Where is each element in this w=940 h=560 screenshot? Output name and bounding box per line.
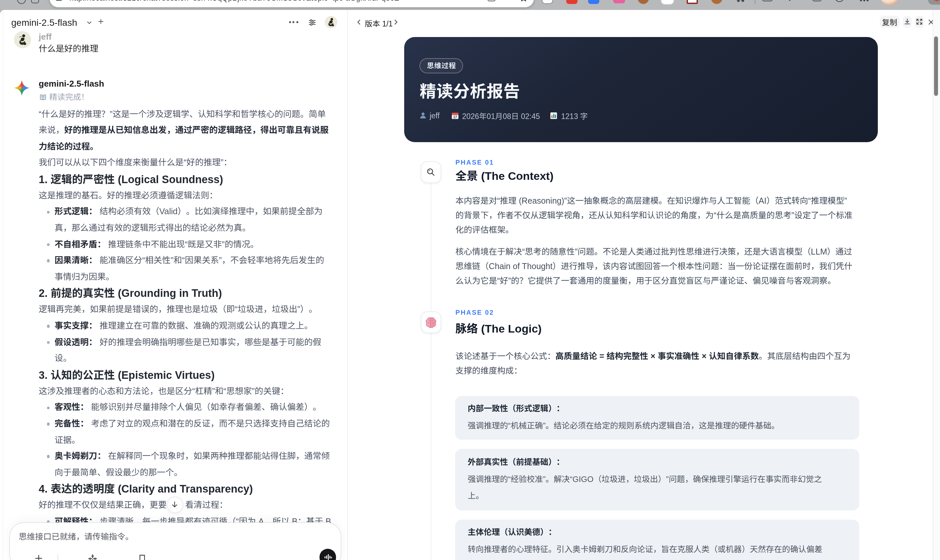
svg-text:17: 17 bbox=[453, 115, 457, 118]
